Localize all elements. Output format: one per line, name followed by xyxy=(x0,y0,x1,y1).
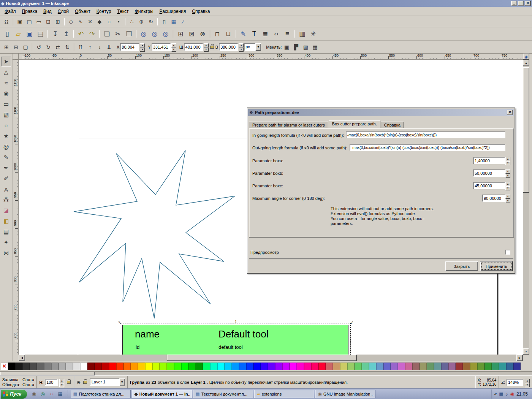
palette-swatch[interactable] xyxy=(203,363,210,370)
palette-swatch[interactable] xyxy=(131,363,138,370)
outgoing-formula-input[interactable] xyxy=(350,144,505,151)
bucket-fill-tool[interactable]: ◧ xyxy=(1,216,11,226)
palette-swatch[interactable] xyxy=(282,363,290,370)
palette-swatch[interactable] xyxy=(492,363,499,370)
export-button[interactable]: ↥ xyxy=(61,28,71,39)
quick-launch-browser[interactable]: ◎ xyxy=(39,390,46,398)
palette-swatch[interactable] xyxy=(499,363,506,370)
scale-stroke-toggle[interactable]: ▣ xyxy=(282,43,291,52)
save-document-button[interactable]: ▣ xyxy=(24,28,35,39)
rotate-ccw-button[interactable]: ↺ xyxy=(34,43,43,52)
snap-rotation-centers-button[interactable]: ↻ xyxy=(146,17,155,26)
rectangle-tool[interactable]: ▭ xyxy=(1,99,11,109)
width-input[interactable] xyxy=(184,43,203,51)
transform-gradients-toggle[interactable]: ▨ xyxy=(301,43,310,52)
palette-swatch[interactable] xyxy=(8,363,15,370)
spin-up-icon[interactable]: ▲ xyxy=(505,169,510,174)
palette-swatch[interactable] xyxy=(268,363,275,370)
palette-swatch[interactable] xyxy=(391,363,398,370)
palette-swatch[interactable] xyxy=(51,363,59,370)
palette-swatch[interactable] xyxy=(340,363,347,370)
palette-swatch[interactable] xyxy=(434,363,441,370)
selector-tool[interactable]: ➤ xyxy=(1,57,11,66)
zoom-input[interactable] xyxy=(507,379,523,386)
palette-no-color[interactable]: ✕ xyxy=(1,363,8,370)
boxb-spinner[interactable]: ▲▼ xyxy=(505,169,510,177)
dialog-tab-3[interactable]: Справка xyxy=(381,122,404,128)
duplicate-button[interactable]: ⊞ xyxy=(175,28,186,39)
palette-swatch[interactable] xyxy=(15,363,22,370)
spin-up-icon[interactable]: ▲ xyxy=(140,43,145,48)
palette-swatch[interactable] xyxy=(448,363,456,370)
scroll-down-arrow[interactable]: ▼ xyxy=(523,348,529,355)
zoom-drawing-button[interactable]: ◎ xyxy=(149,28,160,39)
spin-up-icon[interactable]: ▲ xyxy=(505,195,510,199)
text-dialog-button[interactable]: T xyxy=(249,28,260,39)
new-document-button[interactable]: ▯ xyxy=(2,28,13,39)
width-spinner[interactable]: ▲▼ xyxy=(204,43,209,51)
spin-up-icon[interactable]: ▲ xyxy=(171,43,176,48)
snap-path-intersections-button[interactable]: ✕ xyxy=(86,17,95,26)
snap-bbox-midpoints-button[interactable]: ⊡ xyxy=(44,17,53,26)
zoom-tool[interactable]: ◉ xyxy=(1,89,11,98)
max-angle-spinner[interactable]: ▲▼ xyxy=(505,195,510,202)
menu-item-8[interactable]: Фильтры xyxy=(132,7,157,16)
palette-swatch[interactable] xyxy=(80,363,87,370)
palette-swatch[interactable] xyxy=(196,363,203,370)
document-properties-button[interactable]: ▥ xyxy=(297,28,307,39)
palette-swatch[interactable] xyxy=(441,363,448,370)
horizontal-ruler[interactable]: -100-50050100150200250300350400450500550… xyxy=(19,54,523,60)
gradient-tool[interactable]: ▤ xyxy=(1,227,11,237)
pencil-tool[interactable]: ✎ xyxy=(1,152,11,162)
spin-down-icon[interactable]: ▼ xyxy=(505,199,510,203)
palette-swatch[interactable] xyxy=(181,363,188,370)
y-position-input[interactable] xyxy=(152,43,171,51)
selected-group[interactable]: name Default tool id default tool xyxy=(122,325,348,355)
palette-swatch[interactable] xyxy=(37,363,44,370)
task-notepad-2[interactable]: ▤Текстовый документ.п... xyxy=(193,390,253,398)
vertical-ruler[interactable]: 1150110010501000950900850800750700 xyxy=(13,60,19,355)
dialog-close-action-button[interactable]: Закрыть xyxy=(445,261,478,271)
palette-swatch[interactable] xyxy=(347,363,355,370)
spin-down-icon[interactable]: ▼ xyxy=(204,48,209,52)
palette-swatch[interactable] xyxy=(304,363,311,370)
palette-swatch[interactable] xyxy=(145,363,152,370)
box3d-tool[interactable]: ▧ xyxy=(1,110,11,120)
palette-swatch[interactable] xyxy=(420,363,427,370)
task-inkscape[interactable]: ◆Новый документ 1 — In... xyxy=(132,390,192,398)
scroll-right-arrow[interactable]: ▶ xyxy=(516,355,523,361)
task-notepad-1[interactable]: ▤Подготовка станка дл... xyxy=(71,390,131,398)
title-bar[interactable]: ◆ Новый документ 1 — Inkscape _ □ × xyxy=(0,0,532,7)
palette-swatch[interactable] xyxy=(513,363,521,370)
task-gimp[interactable]: ◉GNU Image Manipulation ... xyxy=(315,390,375,398)
quick-launch-gimp[interactable]: ◉ xyxy=(30,390,38,398)
palette-swatch[interactable] xyxy=(405,363,412,370)
selected-text-id-label[interactable]: id xyxy=(136,344,139,350)
spiral-tool[interactable]: @ xyxy=(1,142,11,152)
boxa-spinner[interactable]: ▲▼ xyxy=(505,157,510,165)
selected-text-name[interactable]: name xyxy=(135,328,160,340)
select-all-button[interactable]: ⊞ xyxy=(2,43,11,52)
connector-tool[interactable]: ⋈ xyxy=(1,248,11,258)
palette-swatch[interactable] xyxy=(188,363,196,370)
ingoing-formula-input[interactable] xyxy=(346,131,505,138)
palette-swatch[interactable] xyxy=(59,363,66,370)
palette-swatch[interactable] xyxy=(326,363,333,370)
height-spinner[interactable]: ▲▼ xyxy=(239,43,244,51)
palette-swatch[interactable] xyxy=(167,363,174,370)
scale-corners-toggle[interactable]: ▛ xyxy=(291,43,301,52)
open-document-button[interactable]: ▱ xyxy=(13,28,24,39)
spin-up-icon[interactable]: ▲ xyxy=(525,379,530,383)
unit-dropdown-arrow-icon[interactable]: ▼ xyxy=(255,43,261,51)
menu-item-10[interactable]: Справка xyxy=(189,7,213,16)
snap-paths-button[interactable]: ∿ xyxy=(76,17,85,26)
snap-midpoints-button[interactable]: • xyxy=(114,17,123,26)
spin-up-icon[interactable]: ▲ xyxy=(505,157,510,161)
lock-width-height-toggle[interactable] xyxy=(210,46,214,49)
lower-to-bottom-button[interactable]: ⇊ xyxy=(104,43,114,52)
preferences-button[interactable]: ✳ xyxy=(308,28,318,39)
dropper-tool[interactable]: ✦ xyxy=(1,238,11,247)
palette-swatch[interactable] xyxy=(102,363,109,370)
snap-object-centers-button[interactable]: ⊕ xyxy=(137,17,146,26)
lower-button[interactable]: ↓ xyxy=(95,43,104,52)
